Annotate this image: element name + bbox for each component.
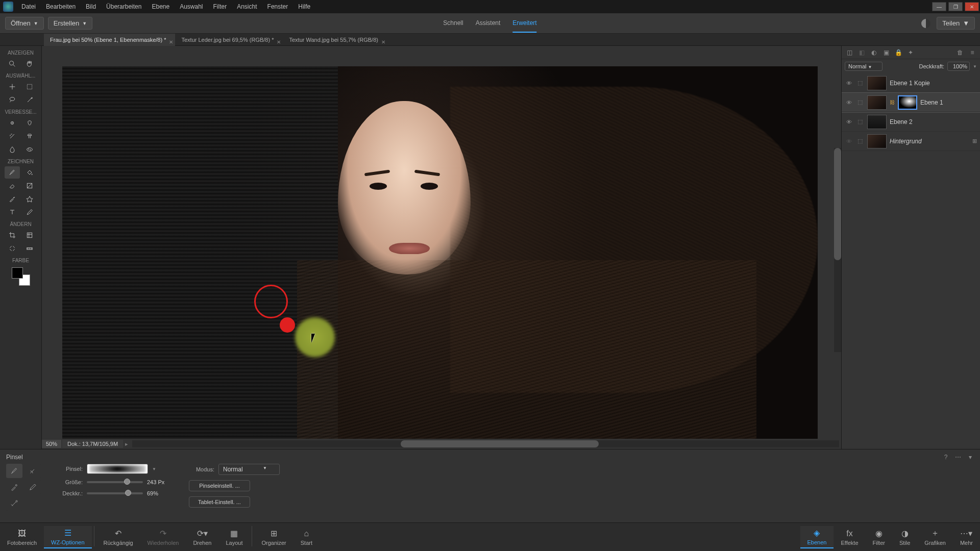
blend-mode-select[interactable]: Normal ▼ bbox=[218, 464, 280, 475]
chevron-down-icon[interactable]: ▼ bbox=[973, 64, 977, 69]
pencil-tool[interactable] bbox=[22, 206, 37, 218]
mode-erweitert[interactable]: Erweitert bbox=[512, 14, 536, 33]
chevron-down-icon[interactable]: ▼ bbox=[152, 467, 156, 471]
filters-tab-button[interactable]: ◉Filter bbox=[866, 526, 892, 548]
blur-tool[interactable] bbox=[5, 143, 20, 156]
undo-button[interactable]: ↶Rückgängig bbox=[96, 526, 140, 548]
menu-auswahl[interactable]: Auswahl bbox=[175, 0, 208, 13]
content-aware-move-tool[interactable] bbox=[5, 242, 20, 255]
layer-name[interactable]: Ebene 2 bbox=[890, 118, 977, 126]
document-tab[interactable]: Textur Leder.jpg bei 69,5% (RGB/8) * ✕ bbox=[175, 34, 283, 46]
brush-preview[interactable] bbox=[87, 464, 148, 474]
crop-tool[interactable] bbox=[5, 229, 20, 241]
foreground-color[interactable] bbox=[12, 267, 23, 279]
scrollbar-thumb[interactable] bbox=[834, 148, 841, 260]
delete-layer-icon[interactable]: 🗑 bbox=[955, 48, 965, 57]
more-tab-button[interactable]: ⋯▾Mehr bbox=[953, 526, 980, 548]
gradient-tool[interactable] bbox=[22, 180, 37, 192]
layer-row[interactable]: 👁 ⬚ Ebene 2 bbox=[842, 112, 980, 132]
whiten-teeth-tool[interactable] bbox=[22, 117, 37, 129]
brush-tool[interactable] bbox=[5, 166, 20, 179]
organizer-button[interactable]: ⊞Organizer bbox=[254, 526, 293, 548]
layer-thumbnail[interactable] bbox=[867, 95, 887, 110]
brush-variant[interactable] bbox=[6, 464, 22, 478]
layer-mask-thumbnail[interactable] bbox=[898, 95, 917, 110]
new-layer-icon[interactable]: ◫ bbox=[845, 48, 854, 57]
paint-bucket-tool[interactable] bbox=[22, 166, 37, 179]
redo-button[interactable]: ↷Wiederholen bbox=[140, 526, 186, 548]
eyedropper-tool[interactable] bbox=[5, 193, 20, 205]
sponge-tool[interactable] bbox=[22, 143, 37, 156]
color-replace-brush-variant[interactable] bbox=[6, 480, 22, 494]
redeye-tool[interactable] bbox=[5, 117, 20, 129]
layout-button[interactable]: ▦Layout bbox=[218, 526, 250, 548]
collapse-icon[interactable]: ▾ bbox=[966, 453, 975, 462]
panel-menu-icon[interactable]: ≡ bbox=[968, 48, 977, 57]
menu-ueberarbeiten[interactable]: Überarbeiten bbox=[101, 0, 146, 13]
pencil-variant[interactable] bbox=[24, 480, 41, 494]
visibility-icon[interactable]: 👁 bbox=[845, 137, 853, 145]
layers-tab-button[interactable]: ◈Ebenen bbox=[800, 526, 834, 548]
fotobereich-button[interactable]: 🖼Fotobereich bbox=[0, 526, 44, 548]
eraser-tool[interactable] bbox=[5, 180, 20, 192]
contrast-icon[interactable] bbox=[921, 19, 930, 28]
layer-name[interactable]: Ebene 1 Kopie bbox=[890, 80, 977, 87]
link-icon[interactable]: ⬚ bbox=[856, 137, 864, 145]
hand-tool[interactable] bbox=[22, 58, 37, 70]
menu-icon[interactable]: ⋯ bbox=[953, 453, 963, 462]
styles-tab-button[interactable]: ◑Stile bbox=[892, 526, 917, 548]
recompose-tool[interactable] bbox=[22, 229, 37, 241]
zoom-tool[interactable] bbox=[5, 58, 20, 70]
impressionist-brush-variant[interactable] bbox=[24, 464, 41, 478]
marquee-tool[interactable] bbox=[22, 81, 37, 93]
adjustment-layer-icon[interactable]: ◐ bbox=[869, 48, 878, 57]
size-value[interactable]: 243 Px bbox=[147, 479, 173, 485]
layer-fx-icon[interactable]: ✦ bbox=[906, 48, 915, 57]
document-tab[interactable]: Textur Wand.jpg bei 55,7% (RGB/8) ✕ bbox=[283, 34, 387, 46]
slider-thumb[interactable] bbox=[125, 490, 131, 496]
opacity-input[interactable]: 100% bbox=[947, 62, 970, 71]
rotate-button[interactable]: ⟳▾Drehen bbox=[186, 526, 218, 548]
visibility-icon[interactable]: 👁 bbox=[845, 98, 853, 107]
effects-tab-button[interactable]: fxEffekte bbox=[834, 526, 865, 548]
layer-thumbnail[interactable] bbox=[867, 115, 887, 129]
menu-datei[interactable]: Datei bbox=[16, 0, 41, 13]
layer-name[interactable]: Hintergrund bbox=[890, 138, 969, 145]
zoom-level[interactable]: 50% bbox=[42, 440, 61, 448]
layer-mask-icon[interactable]: ▣ bbox=[881, 48, 891, 57]
move-tool[interactable] bbox=[5, 81, 20, 93]
maximize-button[interactable]: ❐ bbox=[948, 2, 963, 11]
graphics-tab-button[interactable]: ＋Grafiken bbox=[917, 526, 953, 548]
vertical-scrollbar[interactable] bbox=[834, 148, 841, 352]
layer-row[interactable]: 👁 ⬚ Ebene 1 Kopie bbox=[842, 73, 980, 93]
link-icon[interactable]: ⬚ bbox=[856, 118, 864, 126]
shape-tool[interactable] bbox=[22, 193, 37, 205]
link-icon[interactable]: ⬚ bbox=[856, 79, 864, 87]
menu-ebene[interactable]: Ebene bbox=[146, 0, 175, 13]
menu-ansicht[interactable]: Ansicht bbox=[232, 0, 262, 13]
blend-mode-select[interactable]: Normal ▼ bbox=[845, 62, 883, 71]
menu-fenster[interactable]: Fenster bbox=[262, 0, 293, 13]
brush-settings-button[interactable]: Pinseleinstell. ... bbox=[189, 480, 250, 491]
healing-brush-tool[interactable] bbox=[5, 130, 20, 142]
magic-wand-tool[interactable] bbox=[22, 94, 37, 106]
size-slider[interactable] bbox=[87, 481, 143, 483]
menu-hilfe[interactable]: Hilfe bbox=[293, 0, 315, 13]
minimize-button[interactable]: — bbox=[932, 2, 946, 11]
straighten-tool[interactable] bbox=[22, 242, 37, 255]
scrollbar-thumb[interactable] bbox=[401, 440, 599, 447]
help-icon[interactable]: ? bbox=[941, 453, 950, 462]
open-button[interactable]: Öffnen ▼ bbox=[5, 17, 44, 30]
tool-options-button[interactable]: ☰WZ-Optionen bbox=[44, 526, 91, 548]
slider-thumb[interactable] bbox=[124, 479, 130, 485]
link-icon[interactable]: ⬚ bbox=[856, 98, 864, 107]
text-tool[interactable] bbox=[5, 206, 20, 218]
horizontal-scrollbar[interactable] bbox=[132, 440, 839, 447]
opacity-slider[interactable] bbox=[87, 492, 143, 494]
share-button[interactable]: Teilen ▼ bbox=[937, 17, 975, 30]
menu-bearbeiten[interactable]: Bearbeiten bbox=[41, 0, 81, 13]
close-button[interactable]: ✕ bbox=[965, 2, 979, 11]
layer-row[interactable]: 👁 ⬚ ⛓ Ebene 1 bbox=[842, 93, 980, 112]
chevron-right-icon[interactable]: ▸ bbox=[123, 441, 130, 447]
layer-thumbnail[interactable] bbox=[867, 134, 887, 148]
